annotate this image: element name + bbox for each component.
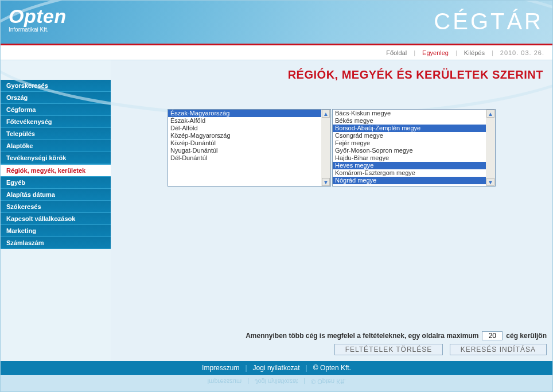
list-item[interactable]: Közép-Dunántúl [168,139,321,147]
list-item[interactable]: Borsod-Abaúj-Zemplén megye [333,125,486,132]
scroll-down-icon[interactable]: ▼ [322,178,330,186]
footer-reflection: Impresszum| Jogi nyilatkozat| © Opten Kf… [1,375,552,389]
regions-listbox[interactable]: Észak-MagyarországÉszak-AlföldDél-Alföld… [168,109,331,187]
sidebar-item[interactable]: Egyéb [1,177,111,189]
list-item[interactable]: Közép-Magyarország [168,132,321,139]
brand-name: Opten [9,6,67,26]
clear-button[interactable]: FELTÉTELEK TÖRLÉSE [334,344,443,355]
footer: Impresszum | Jogi nyilatkozat | © Opten … [1,361,552,375]
sidebar-item[interactable]: Marketing [1,225,111,237]
app-title: CÉGTÁR [434,9,543,34]
list-item[interactable]: Észak-Magyarország [168,110,321,117]
list-item[interactable]: Dél-Dunántúl [168,154,321,162]
list-item[interactable]: Észak-Alföld [168,117,321,125]
scroll-up-icon[interactable]: ▲ [486,110,494,118]
list-item[interactable]: Hajdu-Bihar megye [333,154,486,162]
footer-impressum[interactable]: Impresszum [202,364,239,372]
sidebar-item[interactable]: Település [1,128,111,140]
list-item[interactable]: Dél-Alföld [168,125,321,132]
list-item[interactable]: Heves megye [333,162,486,169]
pager-suffix: cég kerüljön [506,332,547,340]
pager-prefix: Amennyiben több cég is megfelel a feltét… [246,332,478,340]
counties-listbox[interactable]: Bács-Kiskun megyeBékés megyeBorsod-Abaúj… [332,109,496,187]
search-button[interactable]: KERESÉS INDÍTÁSA [450,344,547,355]
list-item[interactable]: Fejér megye [333,139,486,147]
sidebar-item[interactable]: Régiók, megyék, kerületek [1,164,111,177]
scrollbar[interactable]: ▲ ▼ [486,110,495,186]
sidebar-item[interactable]: Tevékenységi körök [1,152,111,164]
list-item[interactable]: Nyugat-Dunántúl [168,147,321,154]
footer-legal[interactable]: Jogi nyilatkozat [253,364,300,372]
list-item[interactable]: Nógrád megye [333,177,486,184]
sidebar-item[interactable]: Számlaszám [1,237,111,249]
app-header: Opten Informatikai Kft. CÉGTÁR [1,1,552,45]
sidebar-item[interactable]: Főtevékenység [1,116,111,128]
scrollbar[interactable]: ▲ ▼ [321,110,330,186]
sidebar: GyorskeresésOrszágCégformaFőtevékenységT… [1,60,111,361]
sidebar-item[interactable]: Cégforma [1,104,111,116]
pager-input[interactable] [482,331,503,340]
list-item[interactable]: Komárom-Esztergom megye [333,169,486,177]
scroll-down-icon[interactable]: ▼ [486,178,494,186]
list-item[interactable]: Csongrád megye [333,132,486,139]
sidebar-item[interactable]: Kapcsolt vállalkozások [1,213,111,225]
brand-logo: Opten Informatikai Kft. [9,6,67,33]
scroll-up-icon[interactable]: ▲ [322,110,330,118]
list-item[interactable]: Bács-Kiskun megye [333,110,486,117]
sidebar-item[interactable]: Alaptőke [1,140,111,152]
footer-copyright: © Opten Kft. [313,364,351,372]
brand-subtitle: Informatikai Kft. [9,27,67,33]
list-item[interactable]: Győr-Moson-Sopron megye [333,147,486,154]
sidebar-item[interactable]: Alapítás dátuma [1,189,111,201]
list-item[interactable]: Békés megye [333,117,486,125]
sidebar-item[interactable]: Szókeresés [1,201,111,213]
content-area: RÉGIÓK, MEGYÉK ÉS KERÜLETEK SZERINT Észa… [111,60,552,361]
